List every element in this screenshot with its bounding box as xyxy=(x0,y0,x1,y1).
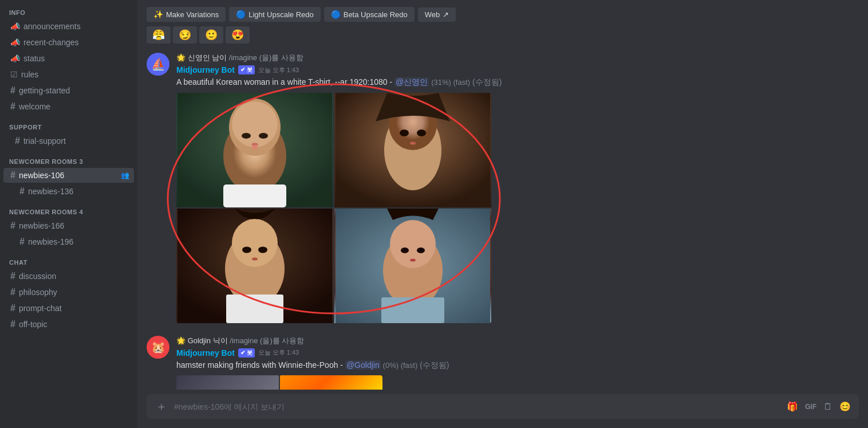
hash-icon xyxy=(10,85,15,96)
action-buttons-row: ✨ Make Variations 🔵 Light Upscale Redo 🔵… xyxy=(137,5,868,26)
svg-point-14 xyxy=(410,142,416,144)
sidebar-item-label: newbies-106 xyxy=(19,171,117,180)
hash-icon xyxy=(10,303,15,313)
avatar-1: ⛵ xyxy=(147,53,169,76)
svg-point-25 xyxy=(401,248,409,253)
svg-point-18 xyxy=(242,246,251,253)
sidebar-item-label: off-topic xyxy=(19,320,129,329)
portrait-image-4 xyxy=(334,209,491,323)
hash-icon xyxy=(10,271,15,281)
message-header-1: Midjourney Bot ✔ 봇 오늘 오후 1:43 xyxy=(176,65,859,74)
reply-btn[interactable]: ↩ xyxy=(829,336,842,349)
sidebar-item-newbies-136[interactable]: newbies-136 xyxy=(3,184,134,199)
mention-1: @신영인 xyxy=(394,77,429,87)
sidebar-item-announcements[interactable]: announcements xyxy=(3,19,134,34)
command-user-1: 신영인 남이 xyxy=(188,53,229,62)
mention-2: @Goldjin xyxy=(345,360,381,370)
command-text-1: /imagine xyxy=(229,53,257,62)
section-chat: CHAT xyxy=(0,250,137,268)
sidebar-item-prompt-chat[interactable]: prompt-chat xyxy=(3,301,134,316)
message-content-2: 🌟 Goldjin 닉이 /imagine (을)를 사용함 Midjourne… xyxy=(176,336,859,390)
sidebar-item-getting-started[interactable]: getting-started xyxy=(3,83,134,98)
sidebar-item-label: status xyxy=(23,54,129,63)
portrait-image-1 xyxy=(176,93,333,207)
image-grid-1 xyxy=(176,93,491,323)
sidebar-item-label: newbies-196 xyxy=(28,237,129,246)
message-content-1: 🌟 신영인 남이 /imagine (을)를 사용함 Midjourney Bo… xyxy=(176,53,859,327)
chat-input[interactable] xyxy=(174,402,781,411)
chat-area: ✨ Make Variations 🔵 Light Upscale Redo 🔵… xyxy=(137,0,868,390)
web-button[interactable]: Web ↗ xyxy=(418,7,456,22)
sidebar-item-label: welcome xyxy=(19,102,129,111)
section-newcomer-3: NEWCOMER ROOMS 3 xyxy=(0,149,137,167)
svg-rect-21 xyxy=(226,295,283,323)
main-content: ✨ Make Variations 🔵 Light Upscale Redo 🔵… xyxy=(137,0,868,428)
svg-point-3 xyxy=(232,101,278,147)
message-group-2: 🐹 🌟 Goldjin 닉이 /imagine (을)를 사용함 Midjour… xyxy=(137,331,868,390)
svg-rect-8 xyxy=(223,184,286,207)
make-variations-button[interactable]: ✨ Make Variations xyxy=(147,7,226,22)
input-bar: ＋ 🎁 GIF 🗒 😊 xyxy=(137,390,868,428)
command-line-1: 🌟 신영인 남이 /imagine (을)를 사용함 xyxy=(176,53,859,63)
sidebar-item-label: newbies-166 xyxy=(19,221,129,230)
message-group-1: ⛵ 🌟 신영인 남이 /imagine (을)를 사용함 Midjourney … xyxy=(137,48,868,331)
bot-badge-2: ✔ 봇 xyxy=(238,348,255,358)
sidebar-item-off-topic[interactable]: off-topic xyxy=(3,317,134,332)
sidebar-item-label: rules xyxy=(21,70,129,79)
circle-icon-2: 🔵 xyxy=(331,10,341,19)
hash-icon xyxy=(15,136,20,146)
sidebar-item-trial-support[interactable]: trial-support xyxy=(3,133,134,148)
svg-point-20 xyxy=(252,257,258,260)
add-attachment-button[interactable]: ＋ xyxy=(153,399,169,414)
light-upscale-label: Light Upscale Redo xyxy=(248,10,313,19)
svg-point-7 xyxy=(252,146,258,149)
portrait-image-3 xyxy=(176,209,333,323)
reaction-btn[interactable]: 😊 xyxy=(811,336,827,349)
sidebar-item-philosophy[interactable]: philosophy xyxy=(3,285,134,300)
emoji-smirk[interactable]: 😏 xyxy=(173,26,197,44)
progress-2: (0%) (fast) xyxy=(383,361,418,370)
sidebar-item-status[interactable]: status xyxy=(3,51,134,66)
sidebar-item-rules[interactable]: rules xyxy=(3,67,134,82)
megaphone-icon xyxy=(10,21,20,32)
megaphone-icon xyxy=(10,53,20,64)
svg-point-26 xyxy=(417,248,425,253)
beta-upscale-redo-button[interactable]: 🔵 Beta Upscale Redo xyxy=(324,7,415,22)
message-text-2: hamster making friends with Winnie-the-P… xyxy=(176,360,859,371)
section-newcomer-4: NEWCOMER ROOMS 4 xyxy=(0,199,137,218)
emoji-angry[interactable]: 😤 xyxy=(147,26,171,44)
emoji-reaction-row: 😤 😏 🙂 😍 xyxy=(137,26,868,48)
more-actions-btn[interactable]: ⋯ xyxy=(845,336,859,349)
command-text-2: /imagine xyxy=(230,336,258,345)
sidebar-item-recent-changes[interactable]: recent-changes xyxy=(3,35,134,50)
sidebar-item-newbies-106[interactable]: newbies-106 👥 xyxy=(3,168,134,183)
emoji-heart-eyes[interactable]: 😍 xyxy=(226,26,250,44)
emoji-button[interactable]: 😊 xyxy=(838,400,852,413)
progress-1: (31%) (fast) xyxy=(431,78,470,87)
sidebar: INFO announcements recent-changes status… xyxy=(0,0,137,428)
sidebar-item-newbies-166[interactable]: newbies-166 xyxy=(3,218,134,233)
emoji-smile[interactable]: 🙂 xyxy=(199,26,223,44)
sidebar-item-welcome[interactable]: welcome xyxy=(3,99,134,114)
bot-badge-1: ✔ 봇 xyxy=(238,65,255,74)
command-user-2: Goldjin 닉이 xyxy=(188,336,230,345)
bot-name-2: Midjourney Bot xyxy=(176,348,235,358)
hash-icon xyxy=(10,319,15,329)
gif-button[interactable]: GIF xyxy=(804,402,818,412)
light-upscale-redo-button[interactable]: 🔵 Light Upscale Redo xyxy=(229,7,320,22)
sidebar-item-label: trial-support xyxy=(23,136,129,146)
hash-icon xyxy=(10,170,15,180)
section-info: INFO xyxy=(0,0,137,18)
sidebar-item-newbies-196[interactable]: newbies-196 xyxy=(3,234,134,249)
hash-icon xyxy=(19,186,25,197)
sticker-button[interactable]: 🗒 xyxy=(822,400,834,413)
svg-rect-28 xyxy=(381,297,444,323)
svg-point-27 xyxy=(410,258,416,261)
svg-point-5 xyxy=(259,133,268,139)
sidebar-item-discussion[interactable]: discussion xyxy=(3,269,134,284)
avatar-2: 🐹 xyxy=(147,336,169,359)
gift-icon-button[interactable]: 🎁 xyxy=(786,400,799,413)
sidebar-item-label: discussion xyxy=(19,272,129,281)
make-variations-label: Make Variations xyxy=(166,10,219,19)
input-wrapper: ＋ 🎁 GIF 🗒 😊 xyxy=(147,394,859,419)
